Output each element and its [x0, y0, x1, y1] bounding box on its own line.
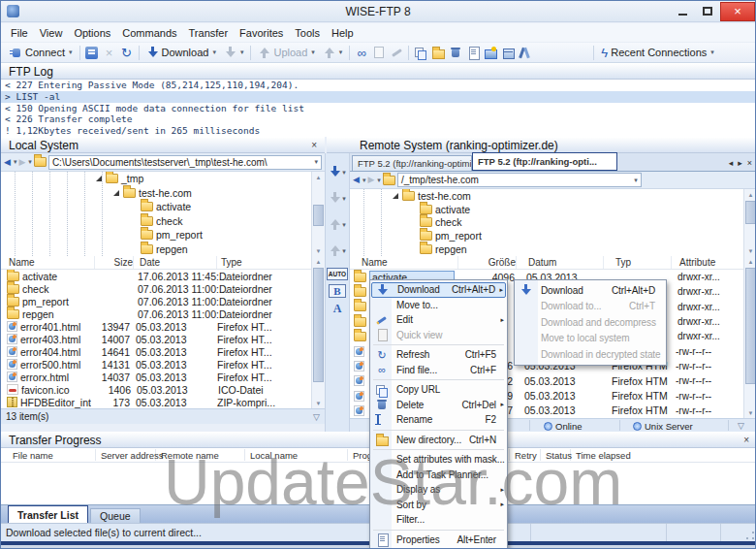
local-list-scrollbar[interactable]: ▲ ▼: [311, 256, 325, 408]
find-button[interactable]: ∞: [353, 45, 370, 60]
transfer-column-remote-name[interactable]: Remote name: [161, 450, 219, 461]
tree-item-pm-report[interactable]: pm_report: [1, 228, 311, 242]
dropdown-icon[interactable]: ▾: [710, 48, 714, 56]
remote-path-combo[interactable]: /_tmp/test-he.com ▾: [397, 173, 642, 187]
tree-item-activate[interactable]: activate: [1, 200, 311, 214]
local-file-list[interactable]: activate17.06.2013 11:45:...Dateiordnerc…: [1, 270, 311, 408]
remote-tab-inactive[interactable]: FTP 5.2 (ftp://ranking-optimi...: [352, 155, 472, 171]
context-menu-item-delete[interactable]: DeleteCtrl+Del▸: [371, 398, 506, 413]
column-name[interactable]: Name: [1, 257, 94, 268]
scroll-up-icon[interactable]: ▲: [312, 256, 325, 267]
ftp-log[interactable]: < 227 Entering Passive Mode (85,214,125,…: [1, 80, 756, 137]
scrollbar-thumb[interactable]: [745, 201, 756, 224]
scroll-down-icon[interactable]: ▼: [744, 407, 756, 418]
column-type[interactable]: Typ: [603, 256, 671, 269]
close-button[interactable]: ×: [720, 2, 755, 21]
scrollbar-thumb[interactable]: [313, 205, 324, 226]
local-directory-tree[interactable]: _tmptest-he.comactivatecheckpm_reportrep…: [1, 172, 311, 256]
dropdown-icon[interactable]: ▾: [342, 247, 346, 255]
context-menu-item-display-as[interactable]: Display as▸: [371, 482, 506, 498]
scroll-down-icon[interactable]: ▼: [744, 245, 756, 256]
menu-view[interactable]: View: [34, 25, 69, 41]
dropdown-icon[interactable]: ▾: [28, 158, 32, 166]
context-menu-item-move-to[interactable]: Move to...: [371, 298, 506, 313]
tab-queue[interactable]: Queue: [90, 508, 141, 523]
remote-tab-active[interactable]: FTP 5.2 (ftp://ranking-opti...: [472, 152, 617, 171]
auto-mode-button[interactable]: AUTO: [327, 268, 348, 280]
local-tree-scrollbar[interactable]: ▲ ▼: [311, 172, 325, 256]
file-row-favicon-ico[interactable]: favicon.ico140605.03.2013ICO-Datei: [1, 383, 311, 396]
maximize-button[interactable]: [695, 2, 720, 21]
remote-list-column-header[interactable]: Name Größe Datum Typ Attribute: [350, 256, 743, 270]
menu-tools[interactable]: Tools: [289, 25, 326, 41]
scroll-up-icon[interactable]: ▲: [744, 256, 756, 267]
resize-grip[interactable]: [745, 531, 755, 540]
tree-item-check[interactable]: check: [350, 216, 743, 230]
context-submenu-item-download[interactable]: DownloadCtrl+Alt+D: [516, 282, 665, 299]
menu-favorites[interactable]: Favorites: [234, 25, 289, 41]
tree-item-test-he-com[interactable]: test-he.com: [1, 186, 311, 201]
tree-item-check[interactable]: check: [1, 214, 311, 229]
dropdown-icon[interactable]: ▾: [362, 177, 366, 184]
upload-to-button-vertical[interactable]: ▾: [326, 238, 349, 264]
menu-options[interactable]: Options: [68, 25, 116, 41]
dropdown-icon[interactable]: ▾: [69, 48, 73, 56]
tools-button[interactable]: [517, 45, 534, 60]
upload-to-button[interactable]: ▾: [319, 46, 347, 60]
file-row-hfdbeditor-inte[interactable]: HFDBEditor_inte17305.03.2013ZIP-kompri..…: [1, 396, 311, 408]
tree-item-pm-report[interactable]: pm_report: [350, 229, 743, 242]
file-row-errorx-html[interactable]: errorx.html1403705.03.2013Firefox HT...: [1, 371, 311, 383]
forward-button[interactable]: ▶: [18, 158, 25, 167]
dropdown-icon[interactable]: ▾: [634, 177, 638, 184]
dropdown-icon[interactable]: ▾: [314, 158, 318, 166]
file-row-error401-html[interactable]: error401.html1394705.03.2013Firefox HT..…: [1, 320, 311, 333]
menu-file[interactable]: File: [5, 25, 34, 41]
context-menu-item-edit[interactable]: Edit▸: [371, 312, 506, 328]
column-date[interactable]: Date: [133, 256, 216, 269]
dropdown-icon[interactable]: ▾: [342, 169, 346, 177]
dropdown-icon[interactable]: ▾: [342, 221, 346, 229]
column-date[interactable]: Datum: [516, 256, 603, 269]
context-menu-item-find-file[interactable]: ∞Find file...Ctrl+F: [371, 363, 506, 378]
download-button-vertical[interactable]: ▾: [326, 159, 349, 185]
dropdown-icon[interactable]: ▾: [339, 48, 343, 56]
tree-item-activate[interactable]: activate: [350, 203, 743, 216]
remote-tree-scrollbar[interactable]: ▲ ▼: [743, 189, 756, 256]
scroll-down-icon[interactable]: ▼: [312, 245, 325, 256]
context-menu-item-rename[interactable]: RenameF2: [371, 412, 506, 428]
scrollbar-thumb[interactable]: [745, 268, 756, 384]
binary-mode-button[interactable]: B: [329, 284, 345, 298]
tree-item-tmp[interactable]: _tmp: [1, 172, 311, 186]
transfer-column-time-elapsed[interactable]: Time elapsed: [576, 450, 631, 461]
parent-directory-button[interactable]: [383, 176, 395, 185]
tab-transfer-list[interactable]: Transfer List: [8, 505, 88, 523]
scroll-up-icon[interactable]: ▲: [312, 172, 325, 182]
file-row-pm-report[interactable]: pm_report07.06.2013 11:00:...Dateiordner: [1, 295, 311, 307]
scroll-down-icon[interactable]: ▼: [312, 398, 325, 408]
tab-scroll-left-icon[interactable]: ◂: [729, 158, 734, 168]
remote-list-scrollbar[interactable]: ▲ ▼: [743, 256, 756, 418]
transfer-column-local-name[interactable]: Local name: [250, 450, 298, 461]
back-button[interactable]: ◀: [353, 176, 360, 184]
refresh-button[interactable]: ↻: [118, 45, 136, 60]
close-panel-icon[interactable]: ×: [743, 435, 749, 445]
dropdown-icon[interactable]: ▾: [14, 158, 17, 166]
context-menu-item-quick-view[interactable]: Quick view: [371, 328, 506, 343]
scrollbar-thumb[interactable]: [313, 268, 324, 382]
tab-close-icon[interactable]: ×: [747, 158, 752, 168]
context-menu-item-new-directory[interactable]: New directory...Ctrl+N: [371, 433, 506, 448]
menu-help[interactable]: Help: [326, 25, 360, 41]
parent-directory-button[interactable]: [34, 157, 47, 167]
context-submenu-item-move-to-local-system[interactable]: Move to local system: [516, 331, 665, 347]
tree-item-repgen[interactable]: repgen: [1, 242, 311, 257]
context-menu-item-refresh[interactable]: ↻RefreshCtrl+F5: [371, 347, 506, 363]
disconnect-button[interactable]: ×: [101, 45, 118, 60]
favorites-button[interactable]: [482, 45, 499, 60]
file-row-check[interactable]: check07.06.2013 11:00:...Dateiordner: [1, 282, 311, 295]
column-size[interactable]: Size: [94, 256, 133, 269]
recent-connections-button[interactable]: ϟ Recent Connections ▾: [597, 46, 717, 60]
context-menu-item-set-attributes-with-mask[interactable]: Set attributes with mask...: [371, 452, 506, 468]
transfer-column-file-name[interactable]: File name: [13, 450, 53, 461]
column-attribute[interactable]: Attribute: [671, 256, 743, 269]
funnel-icon[interactable]: ▽: [738, 421, 744, 431]
